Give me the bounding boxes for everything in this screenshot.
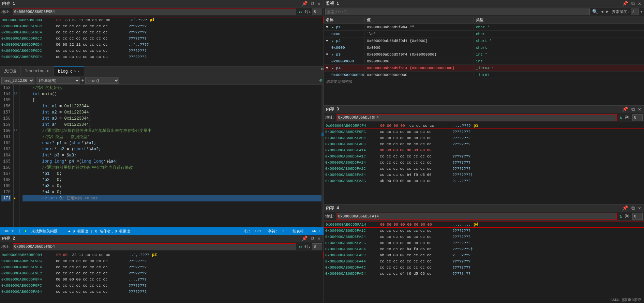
watch-p2-expand[interactable]: ▼ — [326, 39, 328, 43]
memory1-refresh-btn[interactable]: ↻ — [298, 9, 303, 15]
watch-row-p3[interactable]: ▼ ⬥ p3 0x000000ab66d5f9f4 {0x00000000} i… — [324, 51, 644, 58]
watch-search-btn[interactable]: 🔍 — [591, 9, 599, 15]
memory3-row-8[interactable]: 0x000000AB66D5FA34 cc cc cc cc b4 f9 d5 … — [324, 172, 644, 178]
watch-depth-input[interactable] — [631, 9, 639, 15]
memory3-close-btn[interactable]: ✕ — [637, 106, 642, 112]
memory2-row-1[interactable]: 0x000000AB66D5F9DC cc cc cc cc cc cc cc … — [0, 258, 324, 264]
watch-row-p3-child[interactable]: 0x00000000 0x00000000 int — [324, 58, 644, 65]
memory1-row-3[interactable]: 0x000000AB66D5F9CC cc cc cc cc cc cc cc … — [0, 35, 324, 42]
memory1-close-btn[interactable]: ✕ — [317, 1, 321, 6]
memory3-row-3[interactable]: 0x000000AB66D5FA0C cc cc cc cc cc cc cc … — [324, 141, 644, 147]
memory4-row-7[interactable]: 0x000000AB66D5FA4C cc cc cc cc cc cc cc … — [324, 264, 644, 271]
memory3-pin-btn[interactable]: 📌 — [621, 106, 629, 112]
memory4-row-6[interactable]: 0x000000AB66D5FA44 cc cc cc cc cc cc cc … — [324, 258, 644, 264]
watch-search-input[interactable] — [325, 9, 590, 15]
memory1-address-input[interactable] — [13, 9, 296, 15]
memory4-pin-btn[interactable]: 📌 — [621, 205, 629, 211]
tab-blog-close[interactable]: ✕ — [78, 70, 80, 74]
memory4-row-4[interactable]: 0x000000AB66D5FA34 cc cc cc cc b4 f9 d5 … — [324, 246, 644, 252]
linenum-170: 170 — [1, 189, 11, 195]
memory4-row-1[interactable]: 0x000000AB66D5FA1C cc cc cc cc cc cc cc … — [324, 228, 644, 234]
watch-p3-expand[interactable]: ▼ — [326, 52, 328, 57]
watch-p1-pointer-icon: ⬥ — [332, 26, 334, 29]
func-dropdown[interactable]: main() — [85, 77, 119, 84]
watch1-close-btn[interactable]: ✕ — [637, 1, 642, 6]
tab-disassembly[interactable]: 反汇编 — [0, 66, 21, 76]
memory4-row-2[interactable]: 0x000000AB66D5FA24 cc cc cc cc cc cc cc … — [324, 234, 644, 240]
watch-depth-dropdown[interactable]: ▾ — [640, 9, 643, 14]
memory2-close-btn[interactable]: ✕ — [317, 236, 321, 241]
memory3-row-5[interactable]: 0x000000AB66D5FA1C cc cc cc cc cc cc cc … — [324, 153, 644, 160]
memory4-refresh-btn[interactable]: ↻ — [618, 213, 624, 219]
tab-blog[interactable]: blog.c ✎ ✕ — [54, 66, 84, 76]
memory2-row-0[interactable]: 0x000000AB66D5F9D4 00 00 22 11 cc cc cc … — [0, 252, 324, 258]
memory1-row-1[interactable]: 0x000000AB66D5F9BC cc cc cc cc cc cc cc … — [0, 23, 324, 29]
scope-separator: ◈ — [81, 78, 84, 83]
memory1-row-4[interactable]: 0x000000AB66D5F9D4 00 00 22 11 cc cc cc … — [0, 42, 324, 48]
memory1-row-6[interactable]: 0x000000AB66D5F9E4 cc cc cc cc cc cc cc … — [0, 54, 324, 60]
watch-cell-p1-value: 0x000000ab66d5f9b4 "" — [365, 25, 474, 30]
memory3-row-0[interactable]: 0x000000AB66D5F9F4 00 00 00 00 cc cc cc … — [324, 123, 644, 129]
watch-nav-prev[interactable]: ◄ — [600, 10, 604, 14]
tab-learning[interactable]: learning.c — [21, 66, 54, 76]
memory4-row-0[interactable]: 0x000000AB66D5FA14 00 00 00 00 00 00 00 … — [324, 222, 644, 228]
memory1-col-input[interactable] — [312, 9, 322, 15]
watch-nav-next[interactable]: ► — [605, 10, 609, 14]
memory4-row-8[interactable]: 0x000000AB66D5FA54 cc cc cc d4 f9 d5 66 … — [324, 271, 644, 277]
memory3-row-2[interactable]: 0x000000AB66D5FA04 cc cc cc cc cc cc cc … — [324, 135, 644, 141]
watch-row-p4[interactable]: ▼ ⬥ p4 0x000000ab66d5fa14 {0x00000000000… — [324, 65, 644, 72]
watch-row-p2[interactable]: ▼ ⬥ p2 0x000000ab66d5f9d4 {0x0000} short… — [324, 37, 644, 44]
file-dropdown[interactable]: test_23.12.06 — [1, 77, 34, 84]
memory2-row-3[interactable]: 0x000000AB66D5F9EC cc cc cc cc cc cc cc … — [0, 270, 324, 276]
memory1-row-2[interactable]: 0x000000AB66D5F9C4 cc cc cc cc cc cc cc … — [0, 29, 324, 35]
memory1-pin-btn[interactable]: 📌 — [301, 1, 309, 6]
memory3-row-1[interactable]: 0x000000AB66D5F9FC cc cc cc cc cc cc cc … — [324, 129, 644, 135]
memory1-row-5[interactable]: 0x000000AB66D5F9DC cc cc cc cc cc cc cc … — [0, 48, 324, 54]
memory4-col-input[interactable] — [632, 213, 643, 220]
memory4-address-input[interactable] — [336, 213, 617, 220]
zoom-level[interactable]: 100 % — [3, 229, 14, 233]
memory4-bytes-7: cc cc cc cc cc cc cc cc — [380, 266, 448, 270]
watch-p1-expand[interactable]: ▼ — [326, 25, 328, 29]
memory2-refresh-btn[interactable]: ↻ — [298, 244, 303, 249]
status-bar: 100 % | ● 未找到相关问题 | ◄ 0 项更改 | 0 名作者，0 项更… — [0, 227, 324, 235]
memory3-float-btn[interactable]: ⧉ — [630, 107, 636, 112]
memory3-address-input[interactable] — [336, 114, 617, 121]
memory3-refresh-btn[interactable]: ↻ — [618, 115, 624, 120]
memory3-row-7[interactable]: 0x000000AB66D5FA2C cc cc cc cc cc cc cc … — [324, 166, 644, 172]
memory2-col-input[interactable] — [312, 243, 322, 250]
code-lines[interactable]: //指针的初始化 int main() { int a1 = 0x1122334… — [20, 85, 321, 227]
memory3-row-4[interactable]: 0x000000AB66D5FA14 00 00 00 00 00 00 00 … — [324, 147, 644, 153]
watch-row-p2-child[interactable]: 0x0000 0x0000 short — [324, 44, 644, 51]
memory2-row-5[interactable]: 0x000000AB66D5F9FC cc cc cc cc cc cc cc … — [0, 283, 324, 289]
memory1-float-btn[interactable]: ⧉ — [310, 1, 315, 6]
watch-row-p1-child[interactable]: 0x00 '\0' char — [324, 31, 644, 37]
add-file-btn[interactable]: ⊕ — [319, 77, 322, 83]
scope-dropdown[interactable]: (全局范围) — [36, 77, 80, 84]
memory3-row-9[interactable]: 0x000000AB66D5FA3C ab 00 00 00 cc cc cc … — [324, 178, 644, 184]
memory2-row-2[interactable]: 0x000000AB66D5F9E4 cc cc cc cc cc cc cc … — [0, 264, 324, 270]
memory3-col-input[interactable] — [632, 114, 643, 121]
memory2-pin-btn[interactable]: 📌 — [301, 236, 309, 241]
watch1-float-btn[interactable]: ⧉ — [630, 1, 636, 6]
memory1-controls: 📌 ⧉ ✕ — [301, 1, 321, 6]
memory4-float-btn[interactable]: ⧉ — [630, 206, 636, 211]
editor-settings-btn[interactable]: ⚙ — [321, 66, 324, 76]
watch-p4-expand[interactable]: ▼ — [326, 66, 328, 70]
memory2-float-btn[interactable]: ⧉ — [310, 236, 315, 241]
memory3-addr-4: 0x000000AB66D5FA14 — [325, 148, 380, 152]
memory2-row-6[interactable]: 0x000000AB66D5FA04 cc cc cc cc cc cc cc … — [0, 289, 324, 295]
memory2-address-input[interactable] — [13, 243, 296, 250]
memory1-row-0[interactable]: 0x000000AB66D5F9B4 00 33 22 11 cc cc cc … — [0, 17, 324, 23]
memory4-row-5[interactable]: 0x000000AB66D5FA3C ab 00 00 00 cc cc cc … — [324, 252, 644, 258]
memory3-row-6[interactable]: 0x000000AB66D5FA24 cc cc cc cc cc cc cc … — [324, 160, 644, 166]
watch-row-p4-child[interactable]: 0x0000000000000000 0x0000000000000000 _i… — [324, 72, 644, 78]
memory4-close-btn[interactable]: ✕ — [637, 205, 642, 211]
watch-cell-p3-child-name: 0x00000000 — [324, 59, 365, 64]
watch1-pin-btn[interactable]: 📌 — [621, 1, 629, 6]
watch-row-p1[interactable]: ▼ ⬥ p1 0x000000ab66d5f9b4 "" char * — [324, 24, 644, 31]
memory4-row-3[interactable]: 0x000000AB66D5FA2C cc cc cc cc cc cc cc … — [324, 240, 644, 246]
add-watch-row[interactable]: 添加要监视的项 — [324, 78, 644, 85]
memory2-row-4[interactable]: 0x000000AB66D5F9F4 00 00 00 00 cc cc cc … — [0, 276, 324, 283]
memory4-addr-8: 0x000000AB66D5FA54 — [325, 272, 380, 276]
